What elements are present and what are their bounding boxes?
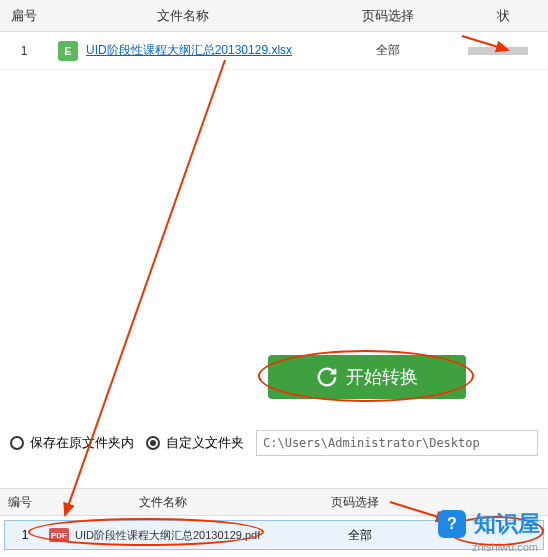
col-header-page[interactable]: 页码选择 <box>318 7 458 25</box>
excel-file-icon: E <box>58 41 78 61</box>
page-select-value[interactable]: 全部 <box>318 42 458 59</box>
col-header-num[interactable]: 扁号 <box>0 7 48 25</box>
watermark-text: 知识屋 <box>474 509 540 539</box>
bcol-header-name[interactable]: 文件名称 <box>40 494 285 511</box>
page-select-value[interactable]: 全部 <box>290 527 430 544</box>
radio-icon-checked <box>146 436 160 450</box>
bcol-header-num[interactable]: 编号 <box>0 494 40 511</box>
table-row[interactable]: 1 E UID阶段性课程大纲汇总20130129.xlsx 全部 <box>0 32 548 70</box>
row-number: 1 <box>5 528 45 542</box>
file-name-link[interactable]: UID阶段性课程大纲汇总20130129.xlsx <box>86 42 292 59</box>
file-name-text: UID阶段性课程大纲汇总20130129.pdf <box>75 528 260 543</box>
status-progress-bar <box>468 47 528 55</box>
start-convert-label: 开始转换 <box>346 365 418 389</box>
radio-same-folder[interactable]: 保存在原文件夹内 <box>10 434 134 452</box>
top-table-header: 扁号 文件名称 页码选择 状 <box>0 0 548 32</box>
refresh-icon <box>316 366 338 388</box>
status-cell <box>458 47 548 55</box>
radio-custom-folder[interactable]: 自定义文件夹 <box>146 434 244 452</box>
start-convert-button[interactable]: 开始转换 <box>268 355 466 399</box>
radio-icon <box>10 436 24 450</box>
radio-same-folder-label: 保存在原文件夹内 <box>30 434 134 452</box>
watermark: ? 知识屋 <box>438 509 540 539</box>
row-number: 1 <box>0 44 48 58</box>
radio-custom-folder-label: 自定义文件夹 <box>166 434 244 452</box>
col-header-status[interactable]: 状 <box>458 7 548 25</box>
pdf-file-icon: PDF <box>49 528 69 542</box>
save-options-row: 保存在原文件夹内 自定义文件夹 <box>10 430 538 456</box>
watermark-icon: ? <box>438 510 466 538</box>
col-header-name[interactable]: 文件名称 <box>48 7 318 25</box>
annotation-arrow <box>0 30 548 550</box>
bcol-header-page[interactable]: 页码选择 <box>285 494 425 511</box>
save-path-input[interactable] <box>256 430 538 456</box>
watermark-url: zhishiwu.com <box>472 541 538 553</box>
